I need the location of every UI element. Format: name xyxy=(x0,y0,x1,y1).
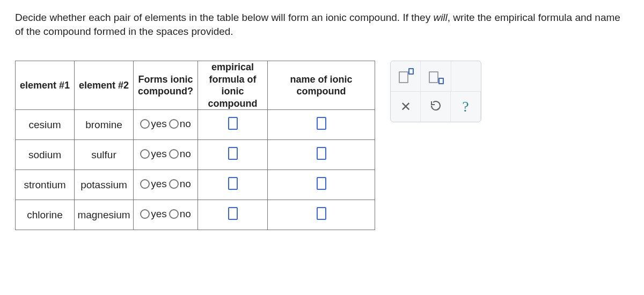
table-row: strontium potassium yes no xyxy=(16,170,375,200)
header-formula-l1: empirical xyxy=(211,62,254,72)
header-forms-l1: Forms ionic xyxy=(138,74,193,85)
header-formula-l3: compound xyxy=(208,98,258,109)
cell-forms-ionic: yes no xyxy=(134,170,198,200)
header-element-2: element #2 xyxy=(75,61,134,110)
cell-element-2: potassium xyxy=(75,170,134,200)
radio-icon xyxy=(169,149,179,159)
formula-input-2[interactable] xyxy=(228,177,238,190)
superscript-button[interactable] xyxy=(391,61,421,91)
reset-icon xyxy=(429,99,442,115)
radio-no-3[interactable]: no xyxy=(169,208,191,220)
radio-no-1[interactable]: no xyxy=(169,148,191,160)
radio-icon xyxy=(169,209,179,219)
radio-no-label: no xyxy=(180,118,191,130)
help-button[interactable]: ? xyxy=(451,92,481,122)
radio-icon xyxy=(169,119,179,129)
cell-element-2: magnesium xyxy=(75,200,134,230)
header-formula-l2: formula of ionic xyxy=(209,74,257,97)
radio-yes-label: yes xyxy=(151,208,167,220)
radio-no-2[interactable]: no xyxy=(169,178,191,190)
header-element-1: element #1 xyxy=(16,61,75,110)
radio-icon xyxy=(140,119,150,129)
radio-yes-2[interactable]: yes xyxy=(140,178,167,190)
radio-yes-label: yes xyxy=(151,148,167,160)
table-row: sodium sulfur yes no xyxy=(16,140,375,170)
help-icon: ? xyxy=(462,98,469,115)
cell-forms-ionic: yes no xyxy=(134,200,198,230)
reset-button[interactable] xyxy=(421,92,451,122)
question-instructions: Decide whether each pair of elements in … xyxy=(15,11,629,38)
radio-no-label: no xyxy=(180,148,191,160)
name-input-2[interactable] xyxy=(317,177,326,190)
header-forms-ionic: Forms ionic compound? xyxy=(134,61,198,110)
instr-pre: Decide whether each pair of elements in … xyxy=(15,12,433,23)
formula-input-1[interactable] xyxy=(228,147,238,160)
radio-yes-1[interactable]: yes xyxy=(140,148,167,160)
name-input-0[interactable] xyxy=(317,117,326,130)
radio-no-0[interactable]: no xyxy=(169,118,191,130)
radio-no-label: no xyxy=(180,208,191,220)
name-input-3[interactable] xyxy=(317,207,326,220)
radio-yes-0[interactable]: yes xyxy=(140,118,167,130)
table-header-row: element #1 element #2 Forms ionic compou… xyxy=(16,61,375,110)
radio-icon xyxy=(169,179,179,189)
header-forms-l2: compound? xyxy=(138,86,193,97)
clear-button[interactable]: ✕ xyxy=(391,92,421,122)
radio-icon xyxy=(140,209,150,219)
formula-input-0[interactable] xyxy=(228,117,238,130)
table-row: cesium bromine yes no xyxy=(16,110,375,140)
header-compound-name: name of ionic compound xyxy=(268,61,375,110)
radio-yes-3[interactable]: yes xyxy=(140,208,167,220)
elements-table: element #1 element #2 Forms ionic compou… xyxy=(15,61,375,230)
cell-forms-ionic: yes no xyxy=(134,140,198,170)
radio-icon xyxy=(140,149,150,159)
subscript-icon xyxy=(429,69,443,83)
header-empirical-formula: empirical formula of ionic compound xyxy=(198,61,268,110)
radio-yes-label: yes xyxy=(151,178,167,190)
table-row: chlorine magnesium yes no xyxy=(16,200,375,230)
cell-element-1: chlorine xyxy=(16,200,75,230)
cell-element-2: bromine xyxy=(75,110,134,140)
radio-yes-label: yes xyxy=(151,118,167,130)
cell-element-1: cesium xyxy=(16,110,75,140)
instr-will: will xyxy=(433,12,447,23)
radio-icon xyxy=(140,179,150,189)
tool-palette: ✕ ? xyxy=(390,61,481,122)
cell-element-2: sulfur xyxy=(75,140,134,170)
x-icon: ✕ xyxy=(400,99,411,114)
name-input-1[interactable] xyxy=(317,147,326,160)
radio-no-label: no xyxy=(180,178,191,190)
superscript-icon xyxy=(399,69,413,83)
cell-element-1: sodium xyxy=(16,140,75,170)
formula-input-3[interactable] xyxy=(228,207,238,220)
cell-forms-ionic: yes no xyxy=(134,110,198,140)
subscript-button[interactable] xyxy=(421,61,451,91)
cell-element-1: strontium xyxy=(16,170,75,200)
